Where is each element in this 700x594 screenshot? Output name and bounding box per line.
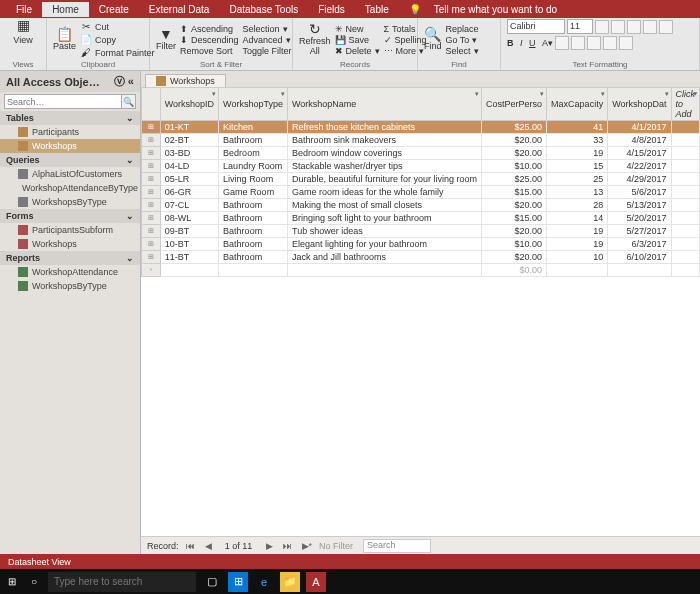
menu-table[interactable]: Table: [355, 2, 399, 17]
chevron-down-icon[interactable]: ▾: [540, 90, 544, 98]
tell-me[interactable]: 💡 Tell me what you want to do: [399, 0, 577, 19]
taskview-icon[interactable]: ▢: [202, 572, 222, 592]
align-center-icon[interactable]: [587, 36, 601, 50]
row-selector[interactable]: ⊞: [142, 134, 161, 147]
cell-cost[interactable]: $25.00: [482, 121, 547, 134]
nav-new-button[interactable]: ▶*: [299, 541, 316, 551]
cell-date[interactable]: 6/3/2017: [608, 238, 671, 251]
row-selector[interactable]: ⊞: [142, 186, 161, 199]
font-color-button[interactable]: A▾: [542, 38, 553, 48]
nav-item-workshopattendance[interactable]: WorkshopAttendance: [0, 265, 140, 279]
cell-type[interactable]: Bathroom: [219, 134, 288, 147]
cell-cap[interactable]: 19: [547, 147, 608, 160]
row-selector[interactable]: ⊞: [142, 225, 161, 238]
cell-cost[interactable]: $20.00: [482, 251, 547, 264]
cell-id[interactable]: 03-BD: [160, 147, 218, 160]
refresh-icon[interactable]: ↻: [309, 23, 321, 35]
font-name-select[interactable]: Calibri: [507, 19, 565, 34]
cell-name[interactable]: Tub shower ideas: [287, 225, 481, 238]
italic-button[interactable]: I: [520, 38, 523, 48]
cell-cap[interactable]: 25: [547, 173, 608, 186]
new-button[interactable]: ✳ New: [335, 24, 380, 34]
nav-search-input[interactable]: [4, 94, 122, 109]
cell-name[interactable]: Durable, beautiful furniture for your li…: [287, 173, 481, 186]
indent-right-icon[interactable]: [643, 20, 657, 34]
nav-group-forms[interactable]: Forms⌄: [0, 209, 140, 223]
ltr-icon[interactable]: [659, 20, 673, 34]
cell-id[interactable]: 02-BT: [160, 134, 218, 147]
column-header[interactable]: MaxCapacity▾: [547, 88, 608, 121]
chevron-down-icon[interactable]: ▾: [281, 90, 285, 98]
cell-date[interactable]: 4/29/2017: [608, 173, 671, 186]
row-selector[interactable]: ⊞: [142, 173, 161, 186]
view-button[interactable]: View: [13, 35, 32, 45]
cell-cap[interactable]: 15: [547, 160, 608, 173]
column-header[interactable]: WorkshopName▾: [287, 88, 481, 121]
cell-id[interactable]: 08-WL: [160, 212, 218, 225]
new-row[interactable]: *$0.00: [142, 264, 700, 277]
nav-group-reports[interactable]: Reports⌄: [0, 251, 140, 265]
cell-date[interactable]: 5/6/2017: [608, 186, 671, 199]
cell-add[interactable]: [671, 160, 700, 173]
menu-file[interactable]: File: [6, 2, 42, 17]
cell-date[interactable]: 5/27/2017: [608, 225, 671, 238]
cell-date[interactable]: 4/8/2017: [608, 134, 671, 147]
ascending-button[interactable]: ⬆Ascending: [180, 24, 239, 34]
cell-type[interactable]: Game Room: [219, 186, 288, 199]
cell-type[interactable]: Kitchen: [219, 121, 288, 134]
replace-button[interactable]: Replace: [446, 24, 479, 34]
cell-type[interactable]: Bathroom: [219, 199, 288, 212]
nav-item-alphalistofcustomers[interactable]: AlphaListOfCustomers: [0, 167, 140, 181]
table-row[interactable]: ⊞05-LRLiving RoomDurable, beautiful furn…: [142, 173, 700, 186]
cell-add[interactable]: [671, 238, 700, 251]
nav-item-workshopsbytype[interactable]: WorkshopsByType: [0, 195, 140, 209]
row-selector[interactable]: ⊞: [142, 147, 161, 160]
select-all-cell[interactable]: [142, 88, 161, 121]
align-left-icon[interactable]: [571, 36, 585, 50]
indent-left-icon[interactable]: [627, 20, 641, 34]
store-icon[interactable]: ⊞: [228, 572, 248, 592]
cell-date[interactable]: 6/10/2017: [608, 251, 671, 264]
menu-external-data[interactable]: External Data: [139, 2, 220, 17]
nav-item-workshops[interactable]: Workshops: [0, 139, 140, 153]
access-icon[interactable]: A: [306, 572, 326, 592]
nav-group-queries[interactable]: Queries⌄: [0, 153, 140, 167]
cell-id[interactable]: 04-LD: [160, 160, 218, 173]
cell-type[interactable]: Bathroom: [219, 212, 288, 225]
cell-type[interactable]: Bathroom: [219, 238, 288, 251]
edge-icon[interactable]: e: [254, 572, 274, 592]
cell-add[interactable]: [671, 173, 700, 186]
numbering-icon[interactable]: [611, 20, 625, 34]
row-selector[interactable]: ⊞: [142, 238, 161, 251]
cell-id[interactable]: 01-KT: [160, 121, 218, 134]
table-row[interactable]: ⊞08-WLBathroomBringing soft light to you…: [142, 212, 700, 225]
cell-date[interactable]: 4/15/2017: [608, 147, 671, 160]
cell-name[interactable]: Making the most of small closets: [287, 199, 481, 212]
cell-id[interactable]: 10-BT: [160, 238, 218, 251]
taskbar-search-input[interactable]: [48, 572, 196, 592]
cell-date[interactable]: 4/22/2017: [608, 160, 671, 173]
cell-cost[interactable]: $20.00: [482, 225, 547, 238]
cell-type[interactable]: Bathroom: [219, 225, 288, 238]
object-tab-workshops[interactable]: Workshops: [145, 74, 226, 87]
cell-name[interactable]: Bedroom window coverings: [287, 147, 481, 160]
cell-cap[interactable]: 19: [547, 225, 608, 238]
cell-id[interactable]: 07-CL: [160, 199, 218, 212]
cell-type[interactable]: Living Room: [219, 173, 288, 186]
cell-cost[interactable]: $20.00: [482, 199, 547, 212]
cell-cost[interactable]: $25.00: [482, 173, 547, 186]
chevron-down-icon[interactable]: ▾: [665, 90, 669, 98]
nav-item-workshops[interactable]: Workshops: [0, 237, 140, 251]
font-size-select[interactable]: 11: [567, 19, 593, 34]
highlight-icon[interactable]: [555, 36, 569, 50]
cell-date[interactable]: 4/1/2017: [608, 121, 671, 134]
search-icon[interactable]: 🔍: [122, 94, 136, 109]
remove-sort-button[interactable]: Remove Sort: [180, 46, 239, 56]
cell-cost[interactable]: $20.00: [482, 147, 547, 160]
save-button[interactable]: 💾 Save: [335, 35, 380, 45]
cell-name[interactable]: Stackable washer/dryer tips: [287, 160, 481, 173]
delete-button[interactable]: ✖ Delete ▾: [335, 46, 380, 56]
toggle-filter-button[interactable]: Toggle Filter: [243, 46, 292, 56]
table-row[interactable]: ⊞03-BDBedroomBedroom window coverings$20…: [142, 147, 700, 160]
cell-id[interactable]: 05-LR: [160, 173, 218, 186]
